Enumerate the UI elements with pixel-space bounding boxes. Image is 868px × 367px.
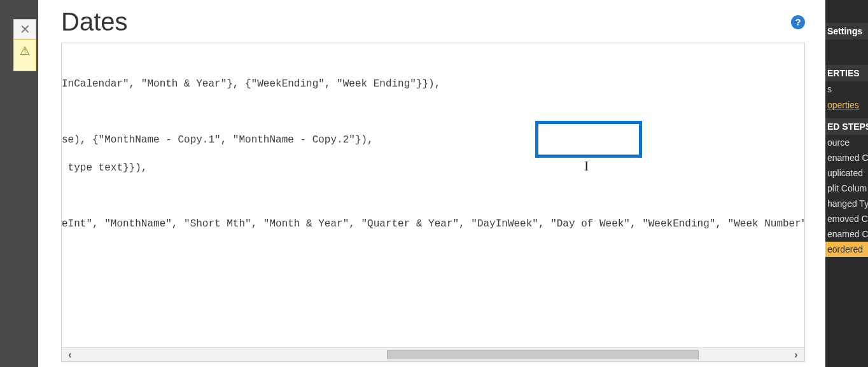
code-line[interactable]: eInt", "MonthName", "Short Mth", "Month … <box>62 216 804 233</box>
close-button[interactable]: ✕ <box>13 19 36 39</box>
applied-step[interactable]: enamed C <box>825 226 868 242</box>
dialog-header: Dates ? <box>61 8 805 36</box>
code-line[interactable] <box>62 188 804 205</box>
code-content[interactable]: InCalendar", "Month & Year"}, {"WeekEndi… <box>62 43 804 347</box>
code-line[interactable]: se), {"MonthName - Copy.1", "MonthName -… <box>62 132 804 149</box>
code-line[interactable]: InCalendar", "Month & Year"}, {"WeekEndi… <box>62 76 804 93</box>
advanced-editor-dialog: Dates ? InCalendar", "Month & Year"}, {"… <box>38 0 825 367</box>
applied-step[interactable]: hanged Ty <box>825 196 868 211</box>
applied-step[interactable]: uplicated <box>825 165 868 181</box>
code-line[interactable] <box>62 104 804 121</box>
applied-step[interactable]: enamed C <box>825 150 868 165</box>
horizontal-scrollbar[interactable]: ‹ › <box>62 347 804 361</box>
code-editor[interactable]: InCalendar", "Month & Year"}, {"WeekEndi… <box>61 43 805 362</box>
applied-step[interactable]: emoved C <box>825 211 868 226</box>
applied-step[interactable]: ource <box>825 135 868 150</box>
applied-step-selected[interactable]: eordered <box>825 242 868 257</box>
scroll-track[interactable] <box>78 348 788 361</box>
scroll-left-button[interactable]: ‹ <box>62 348 78 361</box>
help-icon[interactable]: ? <box>791 15 805 29</box>
tab-settings[interactable]: Settings <box>825 23 868 39</box>
left-gutter: ✕ ⚠ <box>0 0 38 367</box>
properties-header: ERTIES <box>825 65 868 81</box>
applied-steps-header: ED STEPS <box>825 118 868 135</box>
properties-sub: s <box>825 81 868 97</box>
code-line[interactable]: type text}}), <box>62 160 804 177</box>
right-panel: Settings ERTIES s operties ED STEPS ourc… <box>825 0 868 367</box>
dialog-title: Dates <box>61 8 128 36</box>
warning-note[interactable]: ⚠ <box>13 39 36 71</box>
scroll-thumb[interactable] <box>387 350 699 359</box>
text-cursor: I <box>584 158 589 174</box>
all-properties-link[interactable]: operties <box>825 97 868 113</box>
applied-step[interactable]: plit Colum <box>825 181 868 196</box>
scroll-right-button[interactable]: › <box>788 348 804 361</box>
